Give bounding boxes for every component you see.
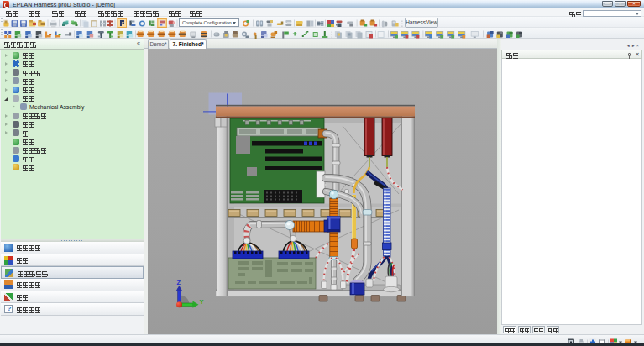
svg-text:Z: Z	[177, 279, 181, 286]
svg-text:Y: Y	[200, 298, 204, 306]
